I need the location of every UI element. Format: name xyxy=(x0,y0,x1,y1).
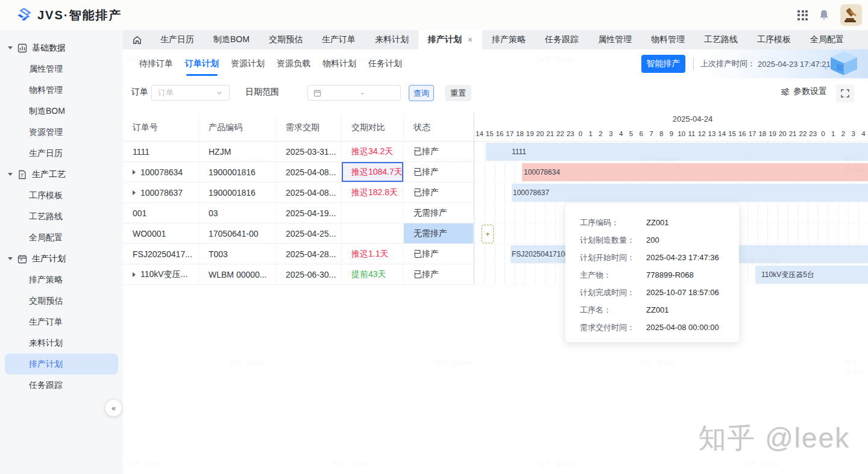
caret-down-icon xyxy=(8,173,13,176)
order-no-text: 100078637 xyxy=(140,188,183,198)
tab-manufacturing-bom[interactable]: 制造BOM xyxy=(204,30,259,49)
table-row[interactable]: 10007863419000018162025-04-08...推迟1084.7… xyxy=(123,162,474,182)
sliders-icon xyxy=(781,87,790,96)
order-select-placeholder: 订单 xyxy=(158,87,216,98)
sidebar-item-resource-management[interactable]: 资源管理 xyxy=(5,122,118,143)
fullscreen-button[interactable] xyxy=(836,84,854,102)
due-date-cell: 2025-06-30... xyxy=(276,264,342,285)
tab-attribute-management[interactable]: 属性管理 xyxy=(588,30,641,49)
table-row[interactable]: 10007863719000018162025-04-08...推迟182.8天… xyxy=(123,182,474,203)
tab-production-calendar[interactable]: 生产日历 xyxy=(151,30,204,49)
hour-tick: 9 xyxy=(667,128,677,141)
smart-schedule-button[interactable]: 智能排产 xyxy=(641,55,685,73)
subtab-resource-load[interactable]: 资源负载 xyxy=(276,49,311,78)
tab-scheduling-strategy[interactable]: 排产策略 xyxy=(482,30,535,49)
due-compare-text: 提前43天 xyxy=(351,269,386,280)
date-range-input[interactable]: - xyxy=(307,85,401,101)
hour-tick: 20 xyxy=(535,128,546,141)
hour-tick: 1 xyxy=(828,128,838,141)
tooltip-value: 2025-04-23 17:47:36 xyxy=(646,253,719,262)
sidebar-item-material-management[interactable]: 物料管理 xyxy=(5,80,118,101)
sidebar-group-base-data[interactable]: 基础数据 xyxy=(0,37,123,58)
expand-caret-icon[interactable] xyxy=(133,272,136,277)
column-header-product-code: 产品编码 xyxy=(199,114,276,142)
tab-global-config[interactable]: 全局配置 xyxy=(800,30,854,49)
home-tab[interactable] xyxy=(123,30,151,49)
sidebar-item-process-template[interactable]: 工序模板 xyxy=(5,185,118,206)
user-avatar[interactable] xyxy=(840,4,862,26)
hour-tick: 0 xyxy=(818,128,828,141)
tooltip-value: ZZ001 xyxy=(646,305,669,314)
sidebar-item-production-calendar[interactable]: 生产日历 xyxy=(5,143,118,164)
product-code-cell: 17050641-00 xyxy=(199,223,276,244)
reset-button[interactable]: 重置 xyxy=(445,85,471,101)
sidebar-item-global-config[interactable]: 全局配置 xyxy=(5,227,118,248)
tab-incoming-material-plan[interactable]: 来料计划 xyxy=(365,30,418,49)
subtab-material-plan[interactable]: 物料计划 xyxy=(322,49,357,78)
hour-tick: 23 xyxy=(565,128,576,141)
table-row[interactable]: 1111HZJM2025-03-31...推迟34.2天已排产 xyxy=(123,142,474,162)
hour-tick: 21 xyxy=(545,128,555,141)
table-body: 1111HZJM2025-03-31...推迟34.2天已排产100078634… xyxy=(123,142,474,285)
gantt-bar-1111[interactable] xyxy=(486,143,868,161)
table-row[interactable]: FSJ20250417...T0032025-04-28...推迟1.1天已排产 xyxy=(123,244,474,264)
tab-scheduling-plan[interactable]: 排产计划× xyxy=(418,30,482,49)
apps-grid-icon[interactable] xyxy=(797,10,808,20)
product-code-cell: HZJM xyxy=(199,142,276,162)
tab-material-management[interactable]: 物料管理 xyxy=(641,30,694,49)
gantt-bar-100078637[interactable] xyxy=(512,184,868,202)
tab-delivery-estimate[interactable]: 交期预估 xyxy=(259,30,312,49)
order-select[interactable]: 订单 xyxy=(151,85,230,101)
params-settings-button[interactable]: 参数设置 xyxy=(781,86,827,97)
sidebar-item-delivery-estimate[interactable]: 交期预估 xyxy=(5,290,118,311)
due-compare-text: 推迟1.1天 xyxy=(351,249,388,260)
sidebar-group-production-plan[interactable]: 生产计划 xyxy=(0,248,123,269)
due-compare-text: 推迟34.2天 xyxy=(351,146,393,157)
table-row[interactable]: 110kV变压...WLBM 00000...2025-06-30...提前43… xyxy=(123,264,474,285)
subtab-resource-plan[interactable]: 资源计划 xyxy=(230,49,265,78)
sidebar-item-manufacturing-bom[interactable]: 制造BOM xyxy=(5,101,118,122)
expand-caret-icon[interactable] xyxy=(133,190,136,195)
hour-tick: 4 xyxy=(858,128,868,141)
tab-task-tracking[interactable]: 任务跟踪 xyxy=(535,30,588,49)
order-no-text: 100078634 xyxy=(140,167,183,177)
bell-icon[interactable] xyxy=(817,8,831,22)
divider xyxy=(693,57,694,70)
tab-label: 排产策略 xyxy=(492,34,526,45)
sidebar-item-incoming-material-plan[interactable]: 来料计划 xyxy=(5,332,118,354)
sidebar-item-process-route[interactable]: 工艺路线 xyxy=(5,206,118,227)
due-date-cell: 2025-04-28... xyxy=(276,244,342,264)
table-row[interactable]: 001032025-04-19...无需排产 xyxy=(123,203,474,223)
sidebar-item-task-tracking[interactable]: 任务跟踪 xyxy=(5,375,118,396)
gantt-bar-100078634[interactable] xyxy=(522,163,868,181)
sidebar-item-scheduling-strategy[interactable]: 排产策略 xyxy=(5,269,118,290)
hour-tick: 2 xyxy=(596,128,606,141)
expand-caret-icon[interactable] xyxy=(133,170,136,175)
subtab-pending-orders[interactable]: 待排订单 xyxy=(139,49,174,78)
tab-production-order[interactable]: 生产订单 xyxy=(312,30,365,49)
hour-tick: 3 xyxy=(606,128,616,141)
query-button[interactable]: 查询 xyxy=(409,85,434,101)
sidebar-group-production-process[interactable]: 生产工艺 xyxy=(0,164,123,185)
order-filter-label: 订单 xyxy=(131,87,148,98)
close-icon[interactable]: × xyxy=(468,35,473,45)
hour-tick: 23 xyxy=(808,128,818,141)
tab-process-route[interactable]: 工艺路线 xyxy=(694,30,747,49)
gantt-create-marker[interactable]: + xyxy=(482,225,494,243)
order-no-cell: 001 xyxy=(123,203,199,223)
date-range-label: 日期范围 xyxy=(245,87,279,98)
sidebar-item-scheduling-plan[interactable]: 排产计划 xyxy=(5,354,118,375)
product-code-cell: WLBM 00000... xyxy=(199,264,276,285)
tab-process-template[interactable]: 工序模板 xyxy=(747,30,800,49)
table-row[interactable]: WO000117050641-002025-04-25...无需排产 xyxy=(123,223,474,244)
sidebar-item-production-order[interactable]: 生产订单 xyxy=(5,311,118,332)
due-compare-cell[interactable]: 推迟1084.7天 xyxy=(342,162,404,182)
subtab-order-plan[interactable]: 订单计划 xyxy=(184,49,219,78)
sidebar-collapse-button[interactable]: « xyxy=(105,400,122,416)
tab-label: 属性管理 xyxy=(598,34,632,45)
sidebar-group-label: 生产工艺 xyxy=(32,169,66,180)
gantt-bar-label: FSJ202504171004 xyxy=(512,245,573,263)
sidebar-item-attribute-management[interactable]: 属性管理 xyxy=(5,58,118,80)
subtab-task-plan[interactable]: 任务计划 xyxy=(368,49,403,78)
hour-tick: 17 xyxy=(747,128,758,141)
